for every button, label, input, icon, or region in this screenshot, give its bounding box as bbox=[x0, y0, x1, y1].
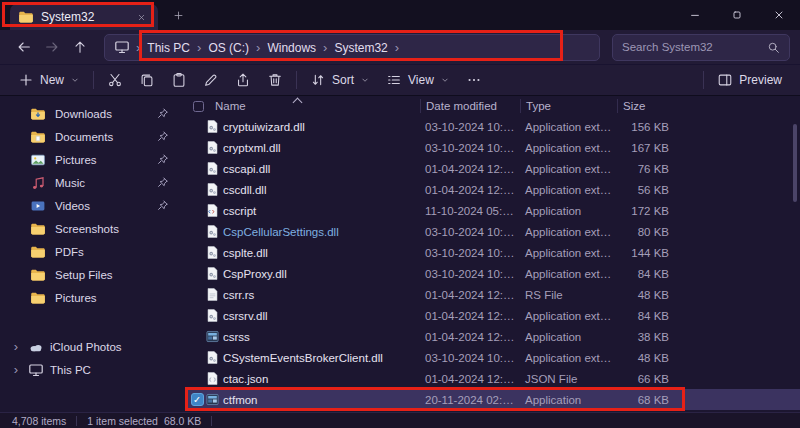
file-date-modified: 01-04-2024 12:52 PM bbox=[420, 163, 520, 175]
column-header-name[interactable]: Name bbox=[205, 100, 420, 112]
breadcrumb-item-windows[interactable]: Windows bbox=[262, 39, 321, 57]
copy-button[interactable] bbox=[131, 66, 163, 94]
file-icon-json bbox=[205, 371, 220, 386]
pin-icon bbox=[156, 153, 169, 166]
paste-button[interactable] bbox=[163, 66, 195, 94]
file-type: Application extension bbox=[520, 184, 617, 196]
file-row-cryptxml-dll[interactable]: cryptxml.dll03-10-2024 10:23 PMApplicati… bbox=[185, 137, 800, 158]
file-row-csrr-rs[interactable]: csrr.rs01-04-2024 12:52 PMRS File48 KB bbox=[185, 284, 800, 305]
file-icon-script bbox=[205, 203, 220, 218]
file-size: 56 KB bbox=[617, 184, 675, 196]
sidebar-item-label: Setup Files bbox=[55, 269, 113, 281]
file-size: 80 KB bbox=[617, 226, 675, 238]
view-button[interactable]: View bbox=[378, 66, 458, 94]
breadcrumb-item-this-pc[interactable]: This PC bbox=[142, 39, 195, 57]
sidebar-item-pictures[interactable]: Pictures bbox=[0, 286, 185, 309]
file-name: ctfmon bbox=[223, 394, 420, 406]
file-type: Application extension bbox=[520, 226, 617, 238]
file-icon-app bbox=[205, 329, 220, 344]
file-date-modified: 01-04-2024 12:52 PM bbox=[420, 289, 520, 301]
tab-system32[interactable]: System32 bbox=[10, 4, 158, 30]
chevron-right-icon[interactable]: › bbox=[10, 362, 22, 377]
close-button[interactable] bbox=[758, 0, 800, 30]
vertical-scrollbar[interactable] bbox=[793, 124, 797, 202]
maximize-button[interactable] bbox=[716, 0, 758, 30]
folder-icon bbox=[30, 267, 46, 283]
sidebar-item-downloads[interactable]: Downloads bbox=[0, 102, 185, 125]
file-icon-dll bbox=[205, 308, 220, 323]
tab-close-icon[interactable] bbox=[132, 8, 150, 26]
minimize-button[interactable] bbox=[674, 0, 716, 30]
search-icon[interactable] bbox=[767, 41, 780, 54]
file-row-ctac-json[interactable]: ctac.json01-04-2024 12:52 PMJSON File66 … bbox=[185, 368, 800, 389]
file-row-cryptuiwizard-dll[interactable]: cryptuiwizard.dll03-10-2024 10:23 PMAppl… bbox=[185, 116, 800, 137]
file-row-cspproxy-dll[interactable]: CspProxy.dll03-10-2024 10:23 PMApplicati… bbox=[185, 263, 800, 284]
cut-button[interactable] bbox=[99, 66, 131, 94]
column-header-date-modified[interactable]: Date modified bbox=[420, 99, 520, 113]
checkbox-checked-icon[interactable]: ✓ bbox=[191, 393, 204, 406]
file-date-modified: 01-04-2024 12:52 PM bbox=[420, 310, 520, 322]
sort-button[interactable]: Sort bbox=[302, 66, 378, 94]
sidebar-item-documents[interactable]: Documents bbox=[0, 125, 185, 148]
file-row-csplte-dll[interactable]: csplte.dll03-10-2024 10:23 PMApplication… bbox=[185, 242, 800, 263]
file-type: Application extension bbox=[520, 247, 617, 259]
search-input[interactable]: Search System32 bbox=[622, 41, 713, 53]
file-row-cscript[interactable]: cscript11-10-2024 05:28 PMApplication172… bbox=[185, 200, 800, 221]
select-all-checkbox[interactable] bbox=[193, 101, 204, 112]
sidebar-item-pdfs[interactable]: PDFs bbox=[0, 240, 185, 263]
file-row-csrsrv-dll[interactable]: csrsrv.dll01-04-2024 12:52 PMApplication… bbox=[185, 305, 800, 326]
breadcrumb-items: ›This PC›OS (C:)›Windows›System32› bbox=[134, 38, 401, 56]
file-date-modified: 03-10-2024 10:23 PM bbox=[420, 352, 520, 364]
cloud-icon bbox=[28, 339, 44, 355]
file-type: Application bbox=[520, 205, 617, 217]
column-header-size[interactable]: Size bbox=[617, 99, 675, 113]
preview-toggle-button[interactable]: Preview bbox=[709, 66, 790, 94]
search-box[interactable]: Search System32 bbox=[612, 34, 790, 61]
sidebar-item-videos[interactable]: Videos bbox=[0, 194, 185, 217]
file-row-cspcellularsettings-dll[interactable]: CspCellularSettings.dll03-10-2024 10:23 … bbox=[185, 221, 800, 242]
sort-ascending-icon bbox=[293, 97, 302, 105]
file-size: 66 KB bbox=[617, 373, 675, 385]
more-options-button[interactable] bbox=[458, 66, 490, 94]
up-button[interactable] bbox=[66, 33, 94, 61]
pin-icon bbox=[156, 199, 169, 212]
breadcrumb-item-system32[interactable]: System32 bbox=[329, 39, 392, 57]
sidebar-item-this-pc[interactable]: ›This PC bbox=[0, 358, 185, 381]
new-tab-button[interactable] bbox=[166, 4, 190, 26]
chevron-right-icon[interactable]: › bbox=[10, 339, 22, 354]
breadcrumb-item-os-c[interactable]: OS (C:) bbox=[203, 39, 254, 57]
sidebar-item-screenshots[interactable]: Screenshots bbox=[0, 217, 185, 240]
share-button[interactable] bbox=[227, 66, 259, 94]
file-icon-dll bbox=[205, 245, 220, 260]
selection-count: 1 item selected bbox=[87, 415, 158, 427]
view-icon bbox=[386, 72, 402, 88]
file-row-csystemeventsbrokerclient-dll[interactable]: CSystemEventsBrokerClient.dll03-10-2024 … bbox=[185, 347, 800, 368]
file-row-cscapi-dll[interactable]: cscapi.dll01-04-2024 12:52 PMApplication… bbox=[185, 158, 800, 179]
column-header-type[interactable]: Type bbox=[520, 99, 617, 113]
sidebar-item-icloud-photos[interactable]: ›iCloud Photos bbox=[0, 335, 185, 358]
delete-button[interactable] bbox=[259, 66, 291, 94]
rename-button[interactable] bbox=[195, 66, 227, 94]
file-type: Application extension bbox=[520, 121, 617, 133]
breadcrumb[interactable]: ›This PC›OS (C:)›Windows›System32› bbox=[104, 34, 600, 61]
new-button[interactable]: New bbox=[10, 66, 88, 94]
sidebar-item-pictures[interactable]: Pictures bbox=[0, 148, 185, 171]
chevron-down-icon bbox=[440, 75, 450, 85]
folder-icon bbox=[30, 244, 46, 260]
file-icon-dll bbox=[205, 119, 220, 134]
file-date-modified: 03-10-2024 10:23 PM bbox=[420, 268, 520, 280]
file-row-csrss[interactable]: csrss01-04-2024 12:52 PMApplication38 KB bbox=[185, 326, 800, 347]
new-button-label: New bbox=[40, 73, 64, 87]
breadcrumb-chevron-icon[interactable]: › bbox=[393, 40, 401, 55]
monitor-icon bbox=[28, 362, 44, 378]
file-icon-file bbox=[205, 287, 220, 302]
file-list: Name Date modified Type Size cryptuiwiza… bbox=[185, 96, 800, 412]
file-size: 167 KB bbox=[617, 142, 675, 154]
back-button[interactable] bbox=[10, 33, 38, 61]
sidebar-item-music[interactable]: Music bbox=[0, 171, 185, 194]
sidebar-item-setup-files[interactable]: Setup Files bbox=[0, 263, 185, 286]
file-row-cscdll-dll[interactable]: cscdll.dll01-04-2024 12:52 PMApplication… bbox=[185, 179, 800, 200]
forward-button[interactable] bbox=[38, 33, 66, 61]
file-size: 76 KB bbox=[617, 163, 675, 175]
file-row-ctfmon[interactable]: ✓ctfmon20-11-2024 02:16 AMApplication68 … bbox=[185, 389, 800, 410]
